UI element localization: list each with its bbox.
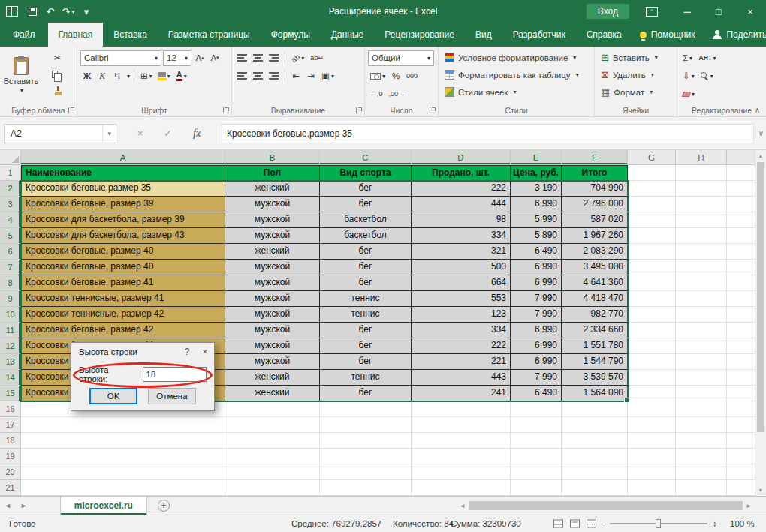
redo-button[interactable]: ↷▾ bbox=[60, 3, 77, 20]
cell-C3[interactable]: бег bbox=[320, 197, 412, 212]
page-break-view-button[interactable] bbox=[587, 520, 596, 528]
cell-B9[interactable]: мужской bbox=[225, 291, 320, 307]
cell-F21[interactable] bbox=[562, 480, 628, 496]
delete-cells-button[interactable]: ⊠ Удалить▾ bbox=[598, 66, 674, 83]
accounting-format-button[interactable]: ▾ bbox=[368, 68, 388, 83]
cell-D2[interactable]: 222 bbox=[412, 181, 511, 197]
ribbon-tab-формулы[interactable]: Формулы bbox=[261, 23, 321, 47]
grow-font-button[interactable]: А▴ bbox=[193, 50, 207, 65]
cell-A6[interactable]: Кроссовки беговые, размер 40 bbox=[21, 244, 225, 260]
cell-B21[interactable] bbox=[225, 480, 320, 496]
underline-dropdown-icon[interactable]: ▾ bbox=[127, 73, 130, 80]
cell-B7[interactable]: мужской bbox=[225, 260, 320, 275]
cell-D21[interactable] bbox=[412, 480, 511, 496]
zoom-slider[interactable] bbox=[610, 523, 707, 524]
cell-B15[interactable]: женский bbox=[225, 386, 320, 401]
cell-B3[interactable]: мужской bbox=[225, 197, 320, 212]
cell-D3[interactable]: 444 bbox=[412, 197, 511, 212]
row-header-6[interactable]: 6 bbox=[0, 244, 21, 260]
font-size-dropdown-icon[interactable]: ▾ bbox=[185, 55, 188, 62]
cell-H18[interactable] bbox=[676, 433, 727, 449]
cell-C4[interactable]: баскетбол bbox=[320, 212, 412, 228]
cell-E19[interactable] bbox=[511, 449, 562, 464]
cell-C11[interactable]: бег bbox=[320, 323, 412, 338]
cell-H15[interactable] bbox=[676, 386, 727, 401]
ribbon-tab-справка[interactable]: Справка bbox=[576, 23, 632, 47]
cell-A5[interactable]: Кроссовки для баскетбола, размер 43 bbox=[21, 228, 225, 244]
cell-D19[interactable] bbox=[412, 449, 511, 464]
row-header-21[interactable]: 21 bbox=[0, 480, 21, 496]
row-header-7[interactable]: 7 bbox=[0, 260, 21, 275]
cell-F12[interactable]: 1 551 780 bbox=[562, 338, 628, 354]
cell-D20[interactable] bbox=[412, 464, 511, 480]
cell-B20[interactable] bbox=[225, 464, 320, 480]
paste-button[interactable]: Вставить ▾ bbox=[3, 49, 39, 101]
vertical-scrollbar[interactable]: ▲ ▼ bbox=[755, 150, 766, 496]
cell-D8[interactable]: 664 bbox=[412, 275, 511, 291]
cell-H21[interactable] bbox=[676, 480, 727, 496]
cell-F9[interactable]: 4 418 470 bbox=[562, 291, 628, 307]
cell-D10[interactable]: 123 bbox=[412, 307, 511, 323]
sheet-nav-right-button[interactable]: ► bbox=[16, 502, 32, 509]
zoom-level[interactable]: 100 % bbox=[730, 519, 755, 528]
copy-button[interactable]: ▾ bbox=[41, 67, 74, 82]
cell-E6[interactable]: 6 490 bbox=[511, 244, 562, 260]
cell-D14[interactable]: 443 bbox=[412, 370, 511, 386]
cell-A18[interactable] bbox=[21, 433, 225, 449]
zoom-out-button[interactable]: − bbox=[601, 518, 607, 530]
cell-B19[interactable] bbox=[225, 449, 320, 464]
column-header-C[interactable]: C bbox=[320, 150, 412, 165]
fill-color-button[interactable]: ▾ bbox=[156, 68, 173, 83]
collapse-ribbon-button[interactable]: ∧ bbox=[755, 106, 760, 114]
cell-F15[interactable]: 1 564 090 bbox=[562, 386, 628, 401]
cell-C5[interactable]: баскетбол bbox=[320, 228, 412, 244]
ribbon-tab-разметка-страницы[interactable]: Разметка страницы bbox=[158, 23, 261, 47]
cell-D1[interactable]: Продано, шт. bbox=[412, 165, 511, 181]
cell-A17[interactable] bbox=[21, 417, 225, 433]
font-name-dropdown-icon[interactable]: ▾ bbox=[155, 55, 158, 62]
align-center-button[interactable] bbox=[251, 68, 265, 83]
cell-D15[interactable]: 241 bbox=[412, 386, 511, 401]
cell-G4[interactable] bbox=[628, 212, 676, 228]
cell-E13[interactable]: 6 990 bbox=[511, 354, 562, 370]
cell-G5[interactable] bbox=[628, 228, 676, 244]
cell-G8[interactable] bbox=[628, 275, 676, 291]
cell-A10[interactable]: Кроссовки теннисные, размер 42 bbox=[21, 307, 225, 323]
cell-C9[interactable]: теннис bbox=[320, 291, 412, 307]
cell-A1[interactable]: Наименование bbox=[21, 165, 225, 181]
ribbon-tab-главная[interactable]: Главная bbox=[48, 23, 104, 47]
cell-D12[interactable]: 222 bbox=[412, 338, 511, 354]
borders-button[interactable]: ⊞▾ bbox=[138, 68, 155, 83]
align-top-button[interactable] bbox=[235, 50, 249, 65]
formula-bar-expand-icon[interactable]: ∨ bbox=[758, 129, 764, 137]
cell-G3[interactable] bbox=[628, 197, 676, 212]
row-header-16[interactable]: 16 bbox=[0, 401, 21, 417]
cell-A20[interactable] bbox=[21, 464, 225, 480]
cell-G9[interactable] bbox=[628, 291, 676, 307]
font-size-select[interactable]: 12▾ bbox=[163, 50, 192, 66]
cell-G20[interactable] bbox=[628, 464, 676, 480]
cell-E8[interactable]: 6 990 bbox=[511, 275, 562, 291]
cell-F13[interactable]: 1 544 790 bbox=[562, 354, 628, 370]
row-header-19[interactable]: 19 bbox=[0, 449, 21, 464]
percent-style-button[interactable]: % bbox=[389, 68, 403, 83]
cell-E5[interactable]: 5 890 bbox=[511, 228, 562, 244]
column-header-F[interactable]: F bbox=[562, 150, 628, 165]
cell-H19[interactable] bbox=[676, 449, 727, 464]
qat-customize-button[interactable]: ▾ bbox=[78, 3, 95, 20]
cancel-entry-button[interactable]: × bbox=[137, 128, 143, 139]
ribbon-tab-file[interactable]: Файл bbox=[0, 23, 48, 47]
cell-C17[interactable] bbox=[320, 417, 412, 433]
row-header-11[interactable]: 11 bbox=[0, 323, 21, 338]
comma-style-button[interactable]: 000 bbox=[404, 68, 420, 83]
cell-G16[interactable] bbox=[628, 401, 676, 417]
ribbon-tab-вид[interactable]: Вид bbox=[465, 23, 502, 47]
cell-B18[interactable] bbox=[225, 433, 320, 449]
cell-F10[interactable]: 982 770 bbox=[562, 307, 628, 323]
cell-E21[interactable] bbox=[511, 480, 562, 496]
clear-button[interactable]: ▾ bbox=[680, 86, 697, 101]
cell-D18[interactable] bbox=[412, 433, 511, 449]
cell-F2[interactable]: 704 990 bbox=[562, 181, 628, 197]
cell-F17[interactable] bbox=[562, 417, 628, 433]
autosum-button[interactable]: Σ▾ bbox=[680, 50, 695, 65]
